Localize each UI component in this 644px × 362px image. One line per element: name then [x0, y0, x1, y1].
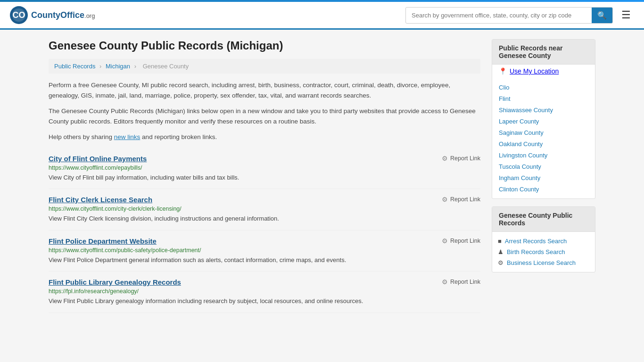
search-button[interactable]: 🔍 — [592, 8, 612, 23]
sidebar-business-records: ⚙ Business License Search — [492, 257, 595, 268]
menu-button[interactable]: ☰ — [618, 7, 635, 23]
record-header: City of Flint Online Payments ⚙ Report L… — [49, 155, 480, 163]
breadcrumb-sep-1: › — [99, 63, 101, 70]
nearby-place-clinton: Clinton County — [492, 183, 595, 195]
birth-icon: ♟ — [498, 248, 504, 255]
use-my-location-item[interactable]: 📍 Use My Location — [492, 65, 595, 78]
record-url: https://fpl.info/research/genealogy/ — [49, 288, 480, 295]
nearby-place-shiawassee: Shiawassee County — [492, 104, 595, 115]
sidebar-records-section: Genesee County Public Records ■ Arrest R… — [492, 206, 595, 272]
business-icon: ⚙ — [498, 259, 504, 266]
record-title-link[interactable]: Flint Police Department Website — [49, 237, 157, 245]
sidebar-records-title: Genesee County Public Records — [492, 207, 595, 232]
nearby-place-lapeer: Lapeer County — [492, 115, 595, 127]
record-header: Flint Public Library Genealogy Records ⚙… — [49, 278, 480, 286]
intro-paragraph-3: Help others by sharing new links and rep… — [49, 132, 480, 142]
sidebar-birth-records: ♟ Birth Records Search — [492, 247, 595, 257]
nearby-places-list: Clio Flint Shiawassee County Lapeer Coun… — [492, 78, 595, 198]
content-area: Genesee County Public Records (Michigan)… — [49, 39, 480, 313]
intro-paragraph-2: The Genesee County Public Records (Michi… — [49, 106, 480, 126]
arrest-records-link[interactable]: Arrest Records Search — [505, 238, 567, 245]
record-url: https://www.cityofflint.com/epaybills/ — [49, 165, 480, 171]
nearby-place-saginaw: Saginaw County — [492, 127, 595, 138]
record-title-link[interactable]: Flint City Clerk License Search — [49, 196, 152, 204]
record-item: City of Flint Online Payments ⚙ Report L… — [49, 148, 480, 189]
breadcrumb-public-records[interactable]: Public Records — [54, 63, 95, 70]
record-description: View Flint Police Department general inf… — [49, 255, 480, 265]
birth-records-link[interactable]: Birth Records Search — [507, 248, 565, 255]
logo-text: CountyOffice.org — [31, 10, 95, 20]
sidebar-nearby-section: Public Records near Genesee County 📍 Use… — [492, 39, 595, 199]
record-url: https://www.cityofflint.com/public-safet… — [49, 247, 480, 254]
report-icon: ⚙ — [442, 196, 448, 203]
record-title-link[interactable]: City of Flint Online Payments — [49, 155, 147, 163]
header-right: 🔍 ☰ — [405, 7, 635, 24]
new-links-link[interactable]: new links — [114, 133, 140, 140]
record-description: View Flint Public Library genealogy info… — [49, 296, 480, 306]
record-description: View Flint City Clerk licensing division… — [49, 214, 480, 223]
sidebar: Public Records near Genesee County 📍 Use… — [492, 39, 595, 313]
breadcrumb: Public Records › Michigan › Genesee Coun… — [49, 59, 480, 74]
records-list: City of Flint Online Payments ⚙ Report L… — [49, 148, 480, 313]
search-bar: 🔍 — [405, 7, 613, 24]
report-icon: ⚙ — [442, 155, 448, 162]
sidebar-arrest-records: ■ Arrest Records Search — [492, 236, 595, 247]
site-logo-icon: CO — [9, 6, 28, 25]
search-input[interactable] — [406, 8, 592, 22]
logo-area: CO CountyOffice.org — [9, 6, 95, 25]
report-icon: ⚙ — [442, 237, 448, 245]
nearby-place-ingham: Ingham County — [492, 172, 595, 183]
svg-text:CO: CO — [13, 10, 25, 20]
record-header: Flint Police Department Website ⚙ Report… — [49, 237, 480, 245]
use-my-location-link[interactable]: Use My Location — [510, 67, 559, 75]
report-icon: ⚙ — [442, 278, 448, 286]
location-pin-icon: 📍 — [499, 67, 507, 75]
page-title: Genesee County Public Records (Michigan) — [49, 39, 480, 52]
nearby-place-livingston: Livingston County — [492, 149, 595, 161]
record-item: Flint City Clerk License Search ⚙ Report… — [49, 189, 480, 230]
main-container: Genesee County Public Records (Michigan)… — [39, 30, 605, 322]
nearby-place-tuscola: Tuscola County — [492, 161, 595, 172]
record-header: Flint City Clerk License Search ⚙ Report… — [49, 196, 480, 204]
breadcrumb-michigan[interactable]: Michigan — [106, 63, 130, 70]
arrest-icon: ■ — [498, 238, 502, 245]
business-license-link[interactable]: Business License Search — [507, 259, 576, 266]
record-description: View City of Flint bill pay information,… — [49, 173, 480, 182]
breadcrumb-genesee: Genesee County — [143, 63, 189, 70]
sidebar-nearby-title: Public Records near Genesee County — [492, 40, 595, 65]
record-title-link[interactable]: Flint Public Library Genealogy Records — [49, 278, 181, 286]
sidebar-records-list: ■ Arrest Records Search ♟ Birth Records … — [492, 232, 595, 272]
record-item: Flint Public Library Genealogy Records ⚙… — [49, 272, 480, 313]
nearby-place-flint: Flint — [492, 93, 595, 104]
nearby-place-oakland: Oakland County — [492, 138, 595, 149]
site-header: CO CountyOffice.org 🔍 ☰ — [0, 2, 644, 30]
report-link-button[interactable]: ⚙ Report Link — [442, 155, 480, 162]
nearby-place-clio: Clio — [492, 82, 595, 93]
intro-paragraph-1: Perform a free Genesee County, MI public… — [49, 80, 480, 100]
record-url: https://www.cityofflint.com/city-clerk/c… — [49, 206, 480, 212]
report-link-button[interactable]: ⚙ Report Link — [442, 237, 480, 245]
breadcrumb-sep-2: › — [134, 63, 136, 70]
record-item: Flint Police Department Website ⚙ Report… — [49, 230, 480, 272]
report-link-button[interactable]: ⚙ Report Link — [442, 278, 480, 286]
report-link-button[interactable]: ⚙ Report Link — [442, 196, 480, 203]
